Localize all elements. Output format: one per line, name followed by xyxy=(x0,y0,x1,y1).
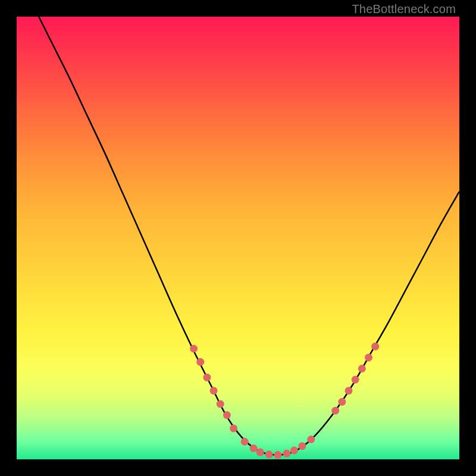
curve-marker xyxy=(365,353,372,361)
curve-marker xyxy=(352,376,359,384)
curve-marker xyxy=(256,449,264,456)
curve-marker xyxy=(345,387,353,394)
curve-marker xyxy=(196,358,204,366)
curve-marker xyxy=(223,411,231,419)
curve-marker xyxy=(190,345,198,353)
curve-marker xyxy=(371,343,379,350)
curve-marker xyxy=(210,387,218,394)
curve-marker xyxy=(217,400,224,408)
curve-marker xyxy=(331,407,339,415)
curve-marker xyxy=(230,424,237,432)
attribution-text: TheBottleneck.com xyxy=(352,2,456,16)
curve-marker xyxy=(274,451,281,459)
outer-frame: TheBottleneck.com xyxy=(0,0,476,476)
bottleneck-curve xyxy=(39,17,459,455)
curve-marker xyxy=(265,450,273,458)
curve-marker xyxy=(338,398,346,406)
curve-marker xyxy=(358,365,366,372)
curve-marker xyxy=(298,442,306,450)
curve-marker xyxy=(283,450,290,458)
chart-svg xyxy=(17,17,459,459)
curve-marker xyxy=(307,436,315,443)
curve-marker xyxy=(203,374,211,381)
curve-marker xyxy=(290,447,298,455)
curve-marker xyxy=(250,444,258,452)
curve-marker xyxy=(241,438,249,446)
